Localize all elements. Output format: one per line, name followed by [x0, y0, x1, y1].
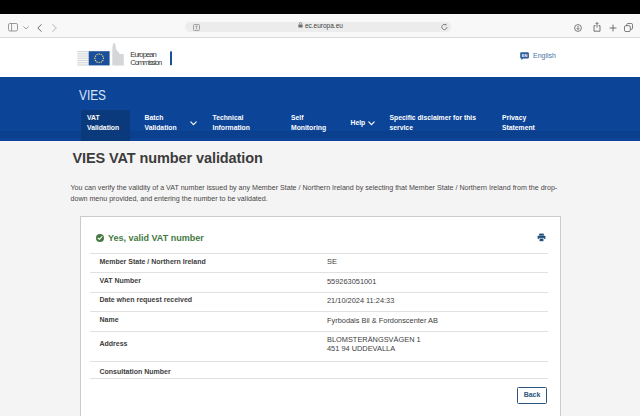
svg-text:Commission: Commission	[130, 58, 162, 67]
svg-text:EN: EN	[521, 53, 527, 58]
